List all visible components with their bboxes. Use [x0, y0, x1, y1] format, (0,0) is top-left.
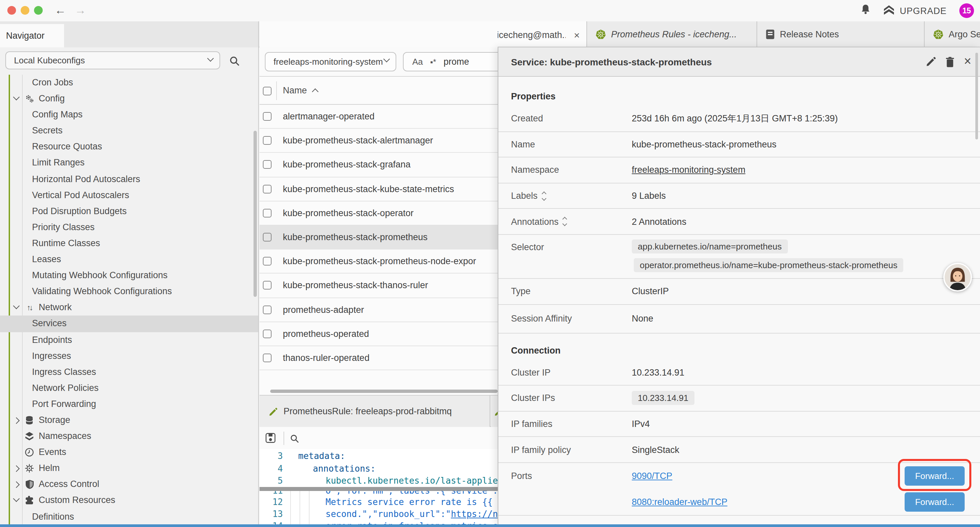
table-search-input[interactable]: Aa ▪* prome [403, 52, 498, 72]
delete-trash-icon[interactable] [945, 57, 955, 70]
sidebar-item-network[interactable]: ↑↓Network [0, 300, 258, 316]
table-row[interactable]: kube-prometheus-stack-alertmanager [259, 129, 498, 153]
window-zoom-button[interactable] [34, 6, 43, 15]
row-checkbox[interactable] [263, 329, 272, 338]
sidebar-item-config-maps[interactable]: Config Maps [0, 107, 258, 123]
sidebar-item-priority-classes[interactable]: Priority Classes [0, 220, 258, 236]
sidebar-item-network-policies[interactable]: Network Policies [0, 380, 258, 396]
chevron-right-icon[interactable] [13, 417, 20, 424]
user-avatar[interactable] [943, 263, 972, 291]
sidebar-item-definitions[interactable]: Definitions [0, 509, 258, 524]
chevron-down-icon[interactable] [13, 94, 20, 100]
table-horizontal-scrollbar[interactable] [270, 390, 498, 393]
sidebar-item-ingress-classes[interactable]: Ingress Classes [0, 364, 258, 380]
row-checkbox[interactable] [263, 209, 272, 218]
navigator-search-icon[interactable] [229, 56, 240, 69]
sidebar-item-services[interactable]: Services [0, 316, 258, 332]
port-link[interactable]: 9090/TCP [632, 471, 673, 481]
match-case-toggle[interactable]: Aa [412, 57, 423, 67]
table-row[interactable]: prometheus-adapter [259, 298, 498, 322]
chevron-right-icon[interactable] [13, 466, 20, 472]
drawer-scrollbar[interactable] [975, 53, 978, 139]
table-row[interactable]: prometheus-operated [259, 322, 498, 346]
sidebar-item-resource-quotas[interactable]: Resource Quotas [0, 139, 258, 155]
sidebar-item-cron-jobs[interactable]: Cron Jobs [0, 75, 258, 91]
upgrade-button[interactable]: UPGRADE [883, 4, 947, 17]
kubeconfig-selector[interactable]: Local Kubeconfigs [5, 51, 220, 69]
chevron-down-icon[interactable] [13, 303, 20, 309]
save-icon[interactable] [266, 433, 275, 446]
namespace-link[interactable]: freeleaps-monitoring-system [632, 165, 746, 175]
runbook-url-link[interactable]: https://net [451, 509, 498, 519]
sidebar-item-leases[interactable]: Leases [0, 252, 258, 267]
chevron-right-icon[interactable] [13, 482, 20, 488]
port-link[interactable]: 8080:reloader-web/TCP [632, 497, 727, 507]
sidebar-item-runtime-classes[interactable]: Runtime Classes [0, 236, 258, 252]
sidebar-item-events[interactable]: Events [0, 444, 258, 460]
tab-argo-se[interactable]: Argo Se [924, 21, 980, 47]
row-checkbox[interactable] [263, 233, 272, 242]
sidebar-item-label: Vertical Pod Autoscalers [32, 187, 129, 203]
editor-tab-partial[interactable] [491, 396, 498, 427]
sidebar-item-namespaces[interactable]: Namespaces [0, 428, 258, 444]
edit-pencil-icon[interactable] [926, 57, 936, 69]
table-row[interactable]: thanos-ruler-operated [259, 346, 498, 370]
tab-release-notes[interactable]: Release Notes [757, 21, 924, 47]
regex-toggle[interactable]: ▪* [430, 57, 436, 66]
row-checkbox[interactable] [263, 257, 272, 266]
row-checkbox[interactable] [263, 281, 272, 290]
sidebar-item-pod-disruption-budgets[interactable]: Pod Disruption Budgets [0, 204, 258, 220]
sidebar-item-secrets[interactable]: Secrets [0, 123, 258, 139]
sidebar-item-limit-ranges[interactable]: Limit Ranges [0, 155, 258, 171]
editor-horizontal-scrollbar[interactable] [259, 487, 498, 490]
editor-tab[interactable]: PrometheusRule: freeleaps-prod-rabbitmq [259, 396, 490, 427]
select-all-checkbox[interactable] [263, 87, 272, 96]
forward-button[interactable]: Forward... [905, 492, 965, 512]
row-checkbox[interactable] [263, 305, 272, 314]
navigator-scrollbar[interactable] [253, 131, 257, 297]
tab-prometheus-rules-icecheng[interactable]: Prometheus Rules - icecheng... [587, 21, 757, 47]
sidebar-item-mutating-webhook-configurations[interactable]: Mutating Webhook Configurations [0, 267, 258, 283]
sidebar-item-helm[interactable]: Helm [0, 461, 258, 477]
row-checkbox[interactable] [263, 161, 272, 169]
yaml-editor[interactable]: 3metadata:4annotations:5kubectl.kubernet… [259, 449, 498, 524]
name-column-header[interactable]: Name [283, 77, 307, 105]
namespace-selector[interactable]: freeleaps-monitoring-system [265, 52, 396, 72]
sidebar-item-horizontal-pod-autoscalers[interactable]: Horizontal Pod Autoscalers [0, 171, 258, 187]
table-row[interactable]: kube-prometheus-stack-operator [259, 201, 498, 226]
table-row[interactable]: kube-prometheus-stack-prometheus-node-ex… [259, 250, 498, 274]
table-row[interactable]: kube-prometheus-stack-kube-state-metrics [259, 177, 498, 201]
row-checkbox[interactable] [263, 353, 272, 362]
sidebar-item-config[interactable]: Config [0, 91, 258, 107]
row-checkbox[interactable] [263, 185, 272, 193]
sort-ascending-icon[interactable] [312, 88, 318, 95]
sidebar-item-endpoints[interactable]: Endpoints [0, 332, 258, 348]
editor-search-icon[interactable] [290, 434, 299, 446]
sort-updown-icon[interactable] [542, 192, 546, 200]
table-row[interactable]: kube-prometheus-stack-grafana [259, 153, 498, 177]
window-close-button[interactable] [7, 6, 16, 15]
notification-count-badge[interactable]: 15 [959, 3, 974, 18]
row-checkbox[interactable] [263, 136, 272, 145]
table-row[interactable]: kube-prometheus-stack-prometheus [259, 226, 498, 250]
row-checkbox[interactable] [263, 112, 272, 121]
back-button[interactable]: ← [55, 0, 66, 21]
window-minimize-button[interactable] [21, 6, 29, 15]
table-row[interactable]: alertmanager-operated [259, 105, 498, 129]
sidebar-item-access-control[interactable]: Access Control [0, 477, 258, 493]
navigator-tab[interactable]: Navigator [0, 24, 64, 47]
sidebar-item-custom-resources[interactable]: Custom Resources [0, 493, 258, 509]
close-icon[interactable]: × [574, 30, 580, 40]
close-icon[interactable]: × [964, 47, 971, 75]
sidebar-item-port-forwarding[interactable]: Port Forwarding [0, 396, 258, 412]
service-name: alertmanager-operated [283, 105, 375, 129]
table-row[interactable]: kube-prometheus-stack-thanos-ruler [259, 274, 498, 298]
chevron-down-icon[interactable] [13, 496, 20, 502]
forward-button[interactable]: → [75, 0, 86, 21]
sidebar-item-validating-webhook-configurations[interactable]: Validating Webhook Configurations [0, 283, 258, 299]
sidebar-item-storage[interactable]: Storage [0, 412, 258, 428]
sidebar-item-ingresses[interactable]: Ingresses [0, 348, 258, 364]
sort-updown-icon[interactable] [563, 218, 567, 226]
notifications-bell-icon[interactable] [860, 4, 870, 18]
sidebar-item-vertical-pod-autoscalers[interactable]: Vertical Pod Autoscalers [0, 187, 258, 203]
